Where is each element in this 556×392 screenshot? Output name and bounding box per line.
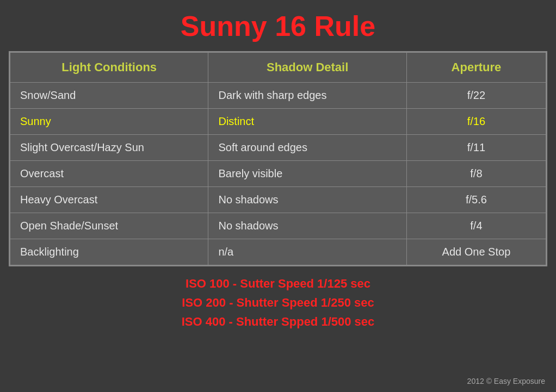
table-row: Slight Overcast/Hazy SunSoft around edge… [10, 135, 546, 161]
cell-light-conditions: Snow/Sand [10, 83, 208, 109]
table-row: OvercastBarely visiblef/8 [10, 161, 546, 187]
header-light-conditions: Light Conditions [10, 53, 208, 83]
cell-shadow-detail: Dark with sharp edges [208, 83, 406, 109]
header-shadow-detail: Shadow Detail [208, 53, 406, 83]
table-row: SunnyDistinctf/16 [10, 109, 546, 135]
cell-light-conditions: Slight Overcast/Hazy Sun [10, 135, 208, 161]
cell-shadow-detail: No shadows [208, 213, 406, 239]
footer-line-1: ISO 200 - Shutter Speed 1/250 sec [182, 293, 375, 312]
cell-aperture: f/4 [406, 213, 546, 239]
cell-light-conditions: Sunny [10, 109, 208, 135]
table-row: Snow/SandDark with sharp edgesf/22 [10, 83, 546, 109]
cell-shadow-detail: Distinct [208, 109, 406, 135]
cell-aperture: f/5.6 [406, 187, 546, 213]
cell-shadow-detail: Barely visible [208, 161, 406, 187]
table-row: Heavy OvercastNo shadowsf/5.6 [10, 187, 546, 213]
cell-aperture: f/8 [406, 161, 546, 187]
table-row: Backlightingn/aAdd One Stop [10, 239, 546, 265]
footer-line-2: ISO 400 - Shutter Spped 1/500 sec [182, 312, 375, 331]
cell-light-conditions: Heavy Overcast [10, 187, 208, 213]
header-aperture: Aperture [406, 53, 546, 83]
table-body: Snow/SandDark with sharp edgesf/22SunnyD… [10, 83, 546, 265]
cell-light-conditions: Overcast [10, 161, 208, 187]
cell-light-conditions: Backlighting [10, 239, 208, 265]
cell-shadow-detail: Soft around edges [208, 135, 406, 161]
cell-shadow-detail: n/a [208, 239, 406, 265]
page-title: Sunny 16 Rule [0, 10, 556, 42]
table-header-row: Light Conditions Shadow Detail Aperture [10, 53, 546, 83]
cell-light-conditions: Open Shade/Sunset [10, 213, 208, 239]
footer-text: ISO 100 - Sutter Speed 1/125 secISO 200 … [182, 274, 375, 332]
cell-aperture: f/16 [406, 109, 546, 135]
footer-line-0: ISO 100 - Sutter Speed 1/125 sec [182, 274, 375, 293]
cell-shadow-detail: No shadows [208, 187, 406, 213]
cell-aperture: f/22 [406, 83, 546, 109]
copyright-text: 2012 © Easy Exposure [467, 377, 545, 385]
cell-aperture: f/11 [406, 135, 546, 161]
sunny16-table: Light Conditions Shadow Detail Aperture … [10, 52, 546, 265]
cell-aperture: Add One Stop [406, 239, 546, 265]
table-row: Open Shade/SunsetNo shadowsf/4 [10, 213, 546, 239]
main-table-container: Light Conditions Shadow Detail Aperture … [9, 51, 547, 266]
